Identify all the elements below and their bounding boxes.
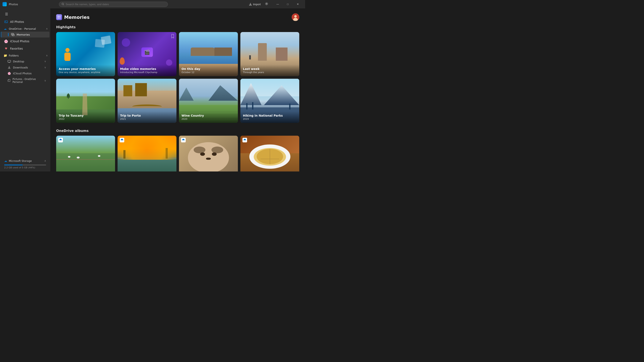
access-card-title: Access your memories [59, 67, 112, 70]
downloads-label: Downloads [13, 66, 28, 69]
downloads-icon [8, 66, 11, 69]
storage-bar-container [4, 165, 46, 165]
onedrive-badge-4 [242, 138, 247, 142]
hamburger-icon: ☰ [5, 12, 8, 16]
sidebar-bottom: ☁ Microsoft Storage ∧ 2.2 GB used of 5 G… [0, 155, 50, 171]
person-illustration [61, 48, 74, 65]
video-card-content: Make video memories Introducing Microsof… [118, 65, 176, 76]
gear-icon [265, 2, 268, 5]
svg-point-4 [5, 21, 6, 22]
sidebar-item-all-photos[interactable]: All Photos [1, 18, 50, 25]
onedrive-badge-3 [181, 138, 186, 142]
storage-chevron: ∧ [44, 159, 46, 162]
wine-content: Wine Country 2020 [179, 111, 238, 123]
icloud-folder-icon: 🌸 [8, 72, 11, 75]
album-card-cycling[interactable]: Cycling Trips [118, 136, 176, 172]
onedrive-icon: ☁ [3, 27, 7, 30]
memory-card-last-week[interactable]: Last week Through the years [240, 32, 299, 76]
folders-icon: 📁 [3, 54, 7, 57]
import-icon [249, 3, 252, 6]
active-indicator [8, 33, 8, 36]
favorites-label: Favorites [10, 47, 23, 50]
pictures-label: Pictures - OneDrive Personal [12, 78, 42, 83]
memories-label: Memories [16, 33, 30, 36]
favorites-icon: ♥ [4, 47, 8, 50]
sidebar-item-icloud-folder[interactable]: 🌸 iCloud Photos [1, 70, 50, 76]
avatar-image [292, 13, 299, 21]
memory-card-access[interactable]: Access your memories One any device, any… [56, 32, 115, 76]
tuscany-content: Trip to Tuscany 2022 [56, 111, 115, 123]
settings-button[interactable] [264, 1, 269, 7]
desktop-label: Desktop [13, 60, 24, 63]
icloud-label: iCloud Photos [10, 39, 29, 43]
connamara-photo [56, 136, 115, 172]
memory-card-tuscany[interactable]: Trip to Tuscany 2022 [56, 79, 115, 123]
porto-title: Trip to Porto [120, 114, 174, 117]
sidebar-item-downloads[interactable]: Downloads ∨ [1, 64, 50, 70]
search-bar[interactable] [59, 2, 168, 7]
sidebar-item-memories[interactable]: Memories [1, 32, 50, 37]
memory-card-video[interactable]: 🎬 Make video memories Introducing Micros… [118, 32, 176, 76]
page-title: Memories [64, 15, 90, 20]
pictures-chevron: ∨ [44, 79, 46, 82]
close-button[interactable]: ✕ [293, 1, 302, 7]
maximize-button[interactable]: □ [283, 1, 292, 7]
access-card-content: Access your memories One any device, any… [56, 65, 115, 76]
minimize-button[interactable]: — [273, 1, 282, 7]
storage-label: Microsoft Storage [9, 159, 32, 162]
on-this-day-title: On this day [182, 67, 235, 70]
memory-card-hiking[interactable]: Hiking in National Parks 2019 [240, 79, 299, 123]
app-icon [2, 2, 7, 6]
storage-cloud-icon: ☁ [4, 159, 7, 162]
sidebar-onedrive-header[interactable]: ☁ OneDrive - Personal ∧ [0, 25, 50, 31]
svg-rect-10 [58, 17, 59, 19]
window-controls: — □ ✕ [273, 1, 302, 7]
sidebar-item-pictures-onedrive[interactable]: Pictures - OneDrive Personal ∨ [1, 76, 50, 85]
onedrive-chevron: ∧ [46, 27, 48, 30]
highlights-title: Highlights [56, 25, 299, 29]
sidebar-item-icloud[interactable]: 🌸 iCloud Photos [1, 38, 50, 45]
memory-card-porto[interactable]: Trip to Porto 2021 [118, 79, 176, 123]
all-photos-icon [4, 20, 8, 24]
deco-shape-1 [122, 38, 130, 47]
storage-usage: 2.2 GB used of 5 GB (44%) [2, 166, 48, 169]
porto-content: Trip to Porto 2021 [118, 111, 176, 123]
storage-info[interactable]: ☁ Microsoft Storage ∧ [2, 158, 48, 164]
icloud-icon: 🌸 [4, 39, 8, 43]
import-button[interactable]: Import [247, 2, 262, 7]
titlebar: Photos Import — □ ✕ [0, 0, 305, 8]
sidebar: ☰ All Photos ☁ OneDrive - Personal [0, 8, 50, 171]
svg-point-13 [294, 15, 297, 17]
onedrive-albums-title: OneDrive albums [56, 129, 299, 133]
tuscany-title: Trip to Tuscany [59, 114, 112, 117]
app-body: ☰ All Photos ☁ OneDrive - Personal [0, 8, 305, 171]
highlights-grid: Access your memories One any device, any… [56, 32, 299, 123]
svg-line-1 [63, 4, 64, 5]
hamburger-menu[interactable]: ☰ [2, 10, 48, 18]
sidebar-item-desktop[interactable]: Desktop ∨ [1, 58, 50, 64]
sidebar-folders-header[interactable]: 📁 Folders ∧ [0, 52, 50, 58]
memory-card-wine[interactable]: Wine Country 2020 [179, 79, 238, 123]
dog-photo [179, 136, 238, 172]
memories-title: Memories [56, 14, 90, 20]
access-card-sub: One any device, anywhere, anytime [59, 71, 112, 74]
user-avatar[interactable] [292, 13, 299, 21]
sidebar-resize-handle[interactable] [50, 8, 50, 171]
memory-card-on-this-day[interactable]: On this day October 12 [179, 32, 238, 76]
album-card-connamara[interactable]: Camping in Connemara [56, 136, 115, 172]
memories-header: Memories [56, 13, 299, 21]
hiking-content: Hiking in National Parks 2019 [240, 111, 299, 123]
last-week-title: Last week [243, 67, 297, 70]
svg-rect-11 [59, 17, 60, 19]
sidebar-item-favorites[interactable]: ♥ Favorites [1, 45, 50, 52]
tuscany-sub: 2022 [59, 118, 112, 120]
svg-rect-8 [58, 16, 59, 17]
album-card-dog[interactable]: Dog Days [179, 136, 238, 172]
hiking-sub: 2019 [243, 118, 297, 120]
cycling-photo [118, 136, 176, 172]
search-input[interactable] [66, 3, 165, 6]
album-card-food[interactable]: Food Pics [240, 136, 299, 172]
svg-rect-9 [59, 16, 60, 17]
svg-point-2 [266, 3, 267, 4]
app-title: Photos [9, 3, 18, 6]
